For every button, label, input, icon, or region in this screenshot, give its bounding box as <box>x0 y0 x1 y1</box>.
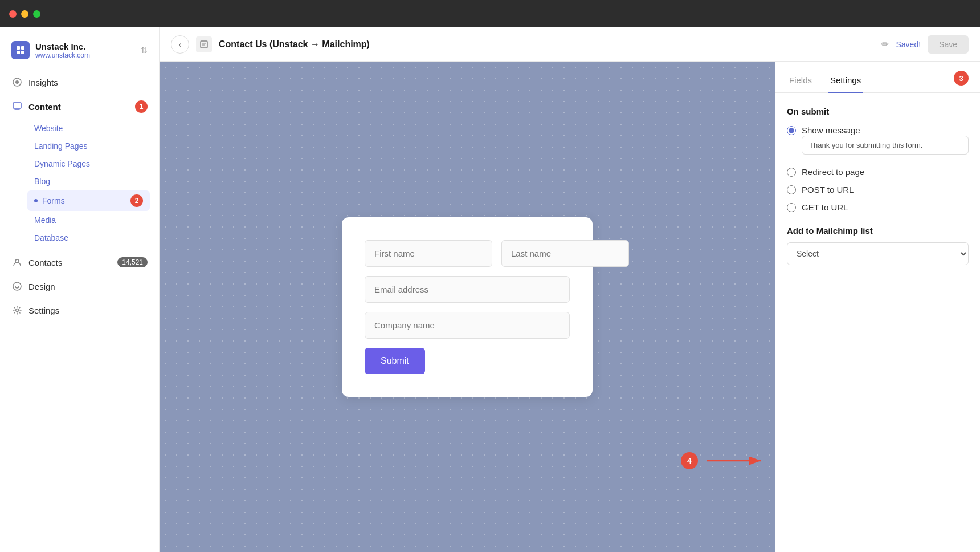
content-area: Submit 4 <box>160 62 980 552</box>
sidebar-item-contacts[interactable]: Contacts 14,521 <box>5 251 154 274</box>
brand-area[interactable]: Unstack Inc. www.unstack.com ⇅ <box>0 36 159 71</box>
close-dot[interactable] <box>9 10 17 18</box>
mailchimp-section: Add to Mailchimp list Select <box>787 226 969 265</box>
landing-pages-label: Landing Pages <box>34 141 87 151</box>
sidebar-item-blog[interactable]: Blog <box>27 173 150 190</box>
radio-group: Show message Redirect to page <box>787 125 969 212</box>
sidebar-item-media[interactable]: Media <box>27 212 150 229</box>
svg-rect-2 <box>17 51 20 54</box>
edit-icon[interactable]: ✏ <box>881 39 889 50</box>
panel-tabs: Fields Settings 3 <box>775 62 980 93</box>
sidebar-item-insights[interactable]: Insights <box>5 71 154 94</box>
panel-content: On submit Show message <box>775 93 980 552</box>
svg-rect-3 <box>21 51 24 54</box>
annotation-3: 3 <box>954 71 969 86</box>
sidebar-item-forms[interactable]: Forms 2 <box>27 190 150 211</box>
radio-post-url-label: POST to URL <box>802 185 854 194</box>
blog-label: Blog <box>34 177 50 186</box>
page-header: ‹ Contact Us (Unstack → Mailchimp) ✏ Sav… <box>160 27 980 62</box>
svg-rect-1 <box>21 46 24 50</box>
radio-item-show-message: Show message <box>787 125 969 159</box>
brand-text: Unstack Inc. www.unstack.com <box>35 42 90 59</box>
svg-point-5 <box>15 80 19 84</box>
radio-item-get: GET to URL <box>787 202 969 212</box>
dynamic-pages-label: Dynamic Pages <box>34 159 90 168</box>
design-icon <box>11 281 23 292</box>
brand-chevron-icon[interactable]: ⇅ <box>141 46 148 55</box>
canvas-area: Submit <box>160 62 775 552</box>
tab-badge-area: 3 <box>954 71 969 92</box>
company-field[interactable] <box>365 312 570 339</box>
last-name-field[interactable] <box>501 240 629 267</box>
database-label: Database <box>34 233 68 242</box>
on-submit-title: On submit <box>787 107 969 116</box>
content-icon <box>11 101 23 112</box>
email-field[interactable] <box>365 276 570 303</box>
mailchimp-select[interactable]: Select <box>787 242 969 265</box>
sidebar-item-label-contacts: Contacts <box>28 258 62 267</box>
insights-icon <box>11 76 23 88</box>
contacts-badge: 14,521 <box>117 257 148 267</box>
page-type-icon <box>196 36 212 52</box>
back-button[interactable]: ‹ <box>171 35 189 54</box>
radio-show-message[interactable] <box>787 126 796 135</box>
radio-get-url[interactable] <box>787 203 796 212</box>
svg-point-9 <box>16 309 19 312</box>
sidebar-item-label-insights: Insights <box>28 78 58 87</box>
forms-label: Forms <box>42 196 65 205</box>
brand-icon <box>11 41 30 59</box>
tab-fields-label: Fields <box>789 75 812 85</box>
tab-settings[interactable]: Settings <box>828 71 863 93</box>
tab-fields[interactable]: Fields <box>787 71 814 93</box>
sidebar-item-label-design: Design <box>28 282 55 291</box>
saved-status: Saved! <box>896 40 921 49</box>
svg-rect-0 <box>17 46 20 50</box>
brand-name: Unstack Inc. <box>35 42 90 51</box>
annotation-4: 4 <box>681 452 698 469</box>
page-title: Contact Us (Unstack → Mailchimp) <box>219 39 870 50</box>
mailchimp-title: Add to Mailchimp list <box>787 226 969 236</box>
sidebar-item-label-settings: Settings <box>28 306 59 315</box>
svg-point-8 <box>13 282 21 290</box>
sidebar-item-settings[interactable]: Settings <box>5 299 154 322</box>
save-button[interactable]: Save <box>928 35 969 54</box>
website-label: Website <box>34 124 63 133</box>
contacts-icon <box>11 257 23 268</box>
sidebar-item-label-content: Content <box>28 102 61 112</box>
sidebar-item-dynamic-pages[interactable]: Dynamic Pages <box>27 155 150 172</box>
settings-icon <box>11 305 23 316</box>
brand-url: www.unstack.com <box>35 51 90 59</box>
right-panel: Fields Settings 3 On submit <box>775 62 980 552</box>
submit-button[interactable]: Submit <box>365 348 425 374</box>
media-label: Media <box>34 216 56 225</box>
thank-you-message-input[interactable] <box>802 136 969 155</box>
sidebar: Unstack Inc. www.unstack.com ⇅ Insights <box>0 27 160 552</box>
annotation-arrow-svg <box>698 449 766 472</box>
sidebar-item-content[interactable]: Content 1 <box>5 95 154 119</box>
titlebar <box>0 0 980 27</box>
radio-show-message-label: Show message <box>802 125 860 135</box>
sidebar-nav: Insights Content 1 Website Landing <box>0 71 159 543</box>
maximize-dot[interactable] <box>33 10 40 18</box>
main-area: ‹ Contact Us (Unstack → Mailchimp) ✏ Sav… <box>160 27 980 552</box>
tab-settings-label: Settings <box>830 75 861 85</box>
sidebar-item-database[interactable]: Database <box>27 229 150 246</box>
name-row <box>365 240 570 267</box>
forms-active-dot <box>34 199 38 202</box>
sidebar-item-design[interactable]: Design <box>5 275 154 298</box>
radio-item-post: POST to URL <box>787 185 969 194</box>
minimize-dot[interactable] <box>21 10 28 18</box>
content-badge: 1 <box>135 100 148 113</box>
svg-rect-10 <box>201 41 207 48</box>
first-name-field[interactable] <box>365 240 492 267</box>
radio-post-url[interactable] <box>787 185 796 194</box>
sidebar-item-website[interactable]: Website <box>27 120 150 137</box>
svg-rect-6 <box>13 103 21 108</box>
radio-redirect[interactable] <box>787 168 796 177</box>
sidebar-item-landing-pages[interactable]: Landing Pages <box>27 137 150 155</box>
radio-get-url-label: GET to URL <box>802 202 848 212</box>
forms-badge: 2 <box>130 194 143 207</box>
radio-item-redirect: Redirect to page <box>787 167 969 177</box>
form-card: Submit <box>342 217 593 397</box>
annotation-4-area: 4 <box>681 449 766 472</box>
